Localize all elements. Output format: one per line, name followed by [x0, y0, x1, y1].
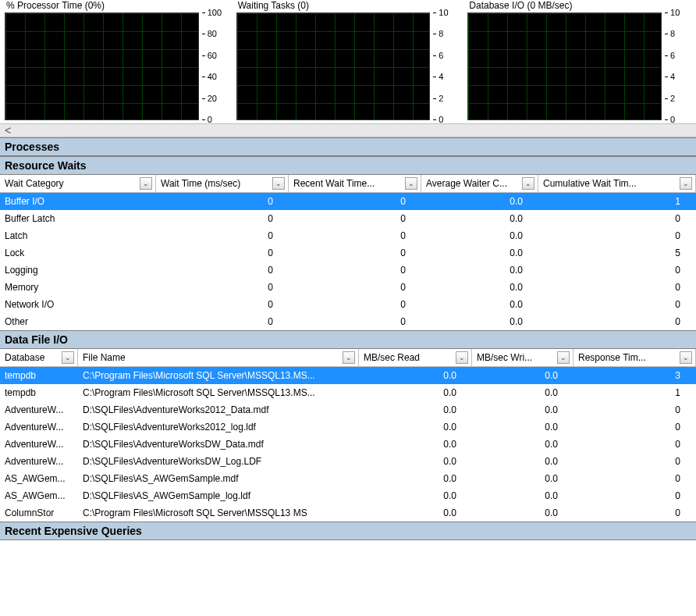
table-row[interactable]: AdventureW...D:\SQLFiles\AdventureWorksD…: [0, 436, 696, 453]
chevron-down-icon[interactable]: ⌄: [557, 351, 570, 364]
cell-mb-read: 0.0: [359, 439, 472, 450]
th-label: MB/sec Wri...: [477, 352, 532, 363]
chevron-down-icon[interactable]: ⌄: [680, 351, 692, 364]
cell-mb-read: 0.0: [359, 456, 472, 467]
cell-wait-time: 0: [156, 213, 289, 224]
cell-wait-category: Logging: [0, 265, 156, 276]
th-label: File Name: [83, 352, 126, 363]
cell-wait-category: Buffer Latch: [0, 213, 156, 224]
chart-title: % Processor Time (0%): [5, 0, 229, 12]
col-recent-wait[interactable]: Recent Wait Time...⌄: [289, 175, 421, 192]
table-row[interactable]: tempdbC:\Program Files\Microsoft SQL Ser…: [0, 384, 696, 401]
cell-mb-read: 0.0: [359, 422, 472, 433]
cell-database: AdventureW...: [0, 456, 78, 467]
table-row[interactable]: ColumnStorC:\Program Files\Microsoft SQL…: [0, 504, 696, 522]
chart-grid: [5, 12, 199, 120]
cell-wait-category: Buffer I/O: [0, 196, 156, 207]
cell-response-time: 0: [573, 490, 696, 501]
col-wait-category[interactable]: Wait Category⌄: [0, 175, 156, 192]
table-row[interactable]: AdventureW...D:\SQLFiles\AdventureWorksD…: [0, 453, 696, 470]
table-row[interactable]: AdventureW...D:\SQLFiles\AdventureWorks2…: [0, 418, 696, 436]
table-row[interactable]: Logging000.00: [0, 262, 696, 279]
section-recent-expensive-queries[interactable]: Recent Expensive Queries: [0, 522, 696, 540]
resource-waits-body: Buffer I/O000.01Buffer Latch000.00Latch0…: [0, 193, 696, 330]
cell-database: tempdb: [0, 370, 78, 381]
cell-recent-wait: 0: [289, 299, 421, 310]
cell-mb-write: 0.0: [472, 507, 573, 518]
col-wait-time[interactable]: Wait Time (ms/sec)⌄: [156, 175, 289, 192]
cell-mb-write: 0.0: [472, 439, 573, 450]
table-row[interactable]: Buffer Latch000.00: [0, 210, 696, 227]
cell-file-name: C:\Program Files\Microsoft SQL Server\MS…: [78, 387, 359, 398]
cell-avg-waiter: 0.0: [421, 265, 538, 276]
section-data-file-io[interactable]: Data File I/O: [0, 330, 696, 349]
cell-file-name: C:\Program Files\Microsoft SQL Server\MS…: [78, 507, 359, 518]
table-row[interactable]: Network I/O000.00: [0, 296, 696, 313]
cell-file-name: D:\SQLFiles\AdventureWorksDW_Log.LDF: [78, 456, 359, 467]
col-cumulative-wait[interactable]: Cumulative Wait Tim...⌄: [538, 175, 696, 192]
chart-title: Database I/O (0 MB/sec): [467, 0, 691, 12]
col-file-name[interactable]: File Name⌄: [78, 349, 359, 366]
cell-wait-time: 0: [156, 282, 289, 293]
cell-avg-waiter: 0.0: [421, 282, 538, 293]
scroll-left-icon[interactable]: <: [5, 124, 11, 137]
table-row[interactable]: tempdbC:\Program Files\Microsoft SQL Ser…: [0, 367, 696, 384]
table-row[interactable]: AS_AWGem...D:\SQLFiles\AS_AWGemSample.md…: [0, 470, 696, 487]
chart-body: 100 80 60 40 20 0: [5, 12, 229, 120]
table-row[interactable]: Buffer I/O000.01: [0, 193, 696, 210]
chevron-down-icon[interactable]: ⌄: [522, 177, 534, 190]
col-mb-read[interactable]: MB/sec Read⌄: [359, 349, 472, 366]
cell-mb-write: 0.0: [472, 422, 573, 433]
cell-cumulative-wait: 0: [538, 265, 696, 276]
chart-grid: [236, 12, 431, 120]
table-row[interactable]: AdventureW...D:\SQLFiles\AdventureWorks2…: [0, 401, 696, 418]
col-mb-write[interactable]: MB/sec Wri...⌄: [472, 349, 573, 366]
cell-database: AdventureW...: [0, 422, 78, 433]
col-response-time[interactable]: Response Tim...⌄: [573, 349, 696, 366]
table-row[interactable]: Latch000.00: [0, 227, 696, 244]
cell-recent-wait: 0: [289, 282, 421, 293]
th-label: Wait Category: [5, 178, 64, 189]
table-row[interactable]: AS_AWGem...D:\SQLFiles\AS_AWGemSample_lo…: [0, 487, 696, 504]
th-label: Wait Time (ms/sec): [161, 178, 240, 189]
chevron-down-icon[interactable]: ⌄: [272, 177, 285, 190]
section-resource-waits[interactable]: Resource Waits: [0, 156, 696, 175]
cell-response-time: 0: [573, 422, 696, 433]
cell-wait-time: 0: [156, 299, 289, 310]
cell-cumulative-wait: 1: [538, 196, 696, 207]
cell-mb-read: 0.0: [359, 507, 472, 518]
col-avg-waiter[interactable]: Average Waiter C...⌄: [421, 175, 538, 192]
chevron-down-icon[interactable]: ⌄: [343, 351, 355, 364]
table-row[interactable]: Other000.00: [0, 313, 696, 330]
col-database[interactable]: Database⌄: [0, 349, 78, 366]
chevron-down-icon[interactable]: ⌄: [140, 177, 152, 190]
chevron-down-icon[interactable]: ⌄: [62, 351, 74, 364]
chevron-down-icon[interactable]: ⌄: [405, 177, 417, 190]
chart-y-axis: 10 8 6 4 2 0: [430, 12, 460, 120]
chart-title: Waiting Tasks (0): [236, 0, 460, 12]
cell-file-name: D:\SQLFiles\AdventureWorksDW_Data.mdf: [78, 439, 359, 450]
cell-avg-waiter: 0.0: [421, 196, 538, 207]
cell-avg-waiter: 0.0: [421, 213, 538, 224]
section-processes[interactable]: Processes: [0, 137, 696, 156]
cell-mb-write: 0.0: [472, 404, 573, 415]
cell-avg-waiter: 0.0: [421, 299, 538, 310]
horizontal-scrollbar[interactable]: <: [0, 123, 696, 137]
cell-response-time: 0: [573, 404, 696, 415]
charts-row: % Processor Time (0%) 100 80 60 40 20 0 …: [0, 0, 696, 123]
cell-cumulative-wait: 0: [538, 316, 696, 327]
chevron-down-icon[interactable]: ⌄: [456, 351, 468, 364]
data-file-io-body: tempdbC:\Program Files\Microsoft SQL Ser…: [0, 367, 696, 522]
cell-wait-category: Latch: [0, 230, 156, 241]
th-label: Average Waiter C...: [426, 178, 507, 189]
cell-database: ColumnStor: [0, 507, 78, 518]
cell-recent-wait: 0: [289, 196, 421, 207]
cell-database: AdventureW...: [0, 404, 78, 415]
table-row[interactable]: Memory000.00: [0, 279, 696, 296]
chevron-down-icon[interactable]: ⌄: [680, 177, 692, 190]
cell-wait-time: 0: [156, 316, 289, 327]
cell-wait-time: 0: [156, 196, 289, 207]
th-label: MB/sec Read: [364, 352, 420, 363]
table-row[interactable]: Lock000.05: [0, 244, 696, 262]
cell-avg-waiter: 0.0: [421, 247, 538, 258]
